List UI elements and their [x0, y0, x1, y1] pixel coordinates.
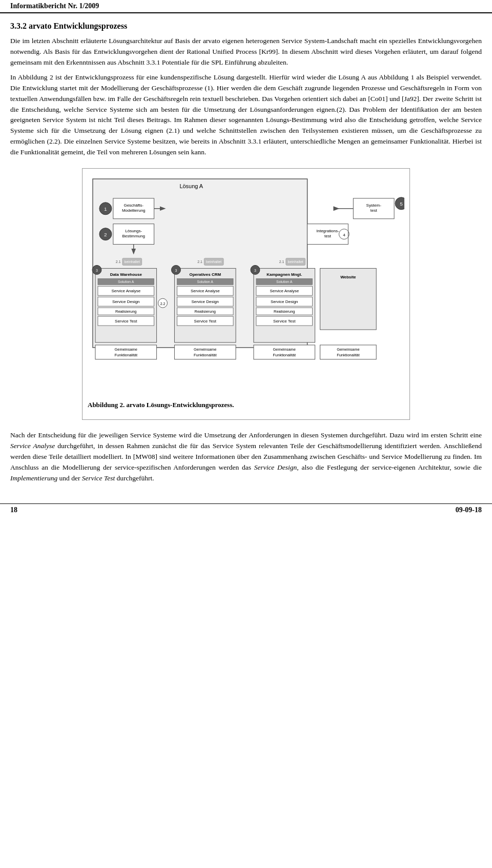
svg-text:test: test	[324, 234, 332, 238]
svg-text:Funktionalität: Funktionalität	[337, 353, 360, 357]
svg-text:Funktionalität: Funktionalität	[273, 353, 296, 357]
italic-service-analyse: Service Analyse	[10, 442, 55, 450]
svg-text:Service Test: Service Test	[273, 319, 296, 324]
svg-text:beinhaltet: beinhaltet	[288, 260, 303, 264]
section-heading: 3.3.2 arvato Entwicklungsprozess	[10, 22, 482, 31]
figure-container: Lösung A 1 Geschäfts- Modellierung 2 Lös…	[82, 168, 410, 420]
svg-text:2.2: 2.2	[160, 302, 166, 306]
paragraph-2: In Abbildung 2 ist der Entwicklungsproze…	[10, 72, 482, 158]
italic-implementierung: Implementierung	[10, 474, 57, 482]
svg-text:Service Design: Service Design	[112, 299, 140, 304]
page: Informatikbericht Nr. 1/2009 3.3.2 arvat…	[0, 0, 492, 868]
svg-text:Realisierung: Realisierung	[115, 309, 137, 314]
footer-date: 09-09-18	[456, 506, 482, 514]
svg-text:Service Design: Service Design	[191, 299, 219, 304]
svg-text:Solution A: Solution A	[197, 280, 214, 284]
footer-bar: 18 09-09-18	[0, 503, 492, 516]
svg-text:Gemeinsame: Gemeinsame	[115, 347, 137, 352]
figure-caption: Abbildung 2. arvato Lösungs-Entwicklungs…	[88, 400, 404, 410]
svg-text:4: 4	[343, 233, 345, 237]
svg-text:1: 1	[104, 206, 107, 212]
svg-text:Lösungs-: Lösungs-	[125, 229, 142, 233]
svg-text:test: test	[371, 208, 378, 213]
svg-text:Geschäfts-: Geschäfts-	[124, 203, 144, 208]
svg-text:Service Design: Service Design	[271, 299, 298, 304]
svg-text:3: 3	[254, 269, 256, 273]
svg-text:beinhaltet: beinhaltet	[206, 260, 221, 264]
svg-text:Realisierung: Realisierung	[274, 309, 295, 314]
svg-text:Realisierung: Realisierung	[194, 309, 216, 314]
svg-text:Website: Website	[340, 275, 356, 279]
svg-text:2.1: 2.1	[116, 260, 121, 264]
svg-text:Funktionalität: Funktionalität	[194, 353, 217, 357]
paragraph-3: Nach der Entscheidung für die jeweiligen…	[10, 430, 482, 484]
figure-diagram: Lösung A 1 Geschäfts- Modellierung 2 Lös…	[88, 174, 404, 394]
svg-text:Service Analyse: Service Analyse	[270, 289, 299, 293]
svg-text:Funktionalität: Funktionalität	[115, 353, 138, 357]
svg-text:2: 2	[104, 232, 107, 237]
svg-text:beinhaltet: beinhaltet	[125, 260, 140, 264]
italic-service-design: Service Design	[254, 463, 297, 471]
svg-text:3: 3	[96, 269, 98, 273]
italic-service-test: Service Test	[82, 474, 115, 482]
header-title: Informatikbericht Nr. 1/2009	[10, 2, 99, 10]
svg-text:Solution A: Solution A	[118, 280, 134, 284]
svg-text:Operatives CRM: Operatives CRM	[189, 272, 221, 277]
svg-text:Gemeinsame: Gemeinsame	[194, 347, 216, 352]
svg-text:Service Test: Service Test	[194, 319, 217, 324]
svg-text:Bestimmung: Bestimmung	[122, 234, 145, 238]
svg-text:Integrations-: Integrations-	[316, 229, 339, 233]
svg-text:Kampagnen Mngt.: Kampagnen Mngt.	[266, 272, 302, 277]
svg-text:Service Analyse: Service Analyse	[191, 289, 220, 293]
svg-text:3: 3	[175, 269, 177, 273]
svg-text:5: 5	[400, 201, 403, 207]
svg-text:Gemeinsame: Gemeinsame	[337, 347, 359, 352]
header-bar: Informatikbericht Nr. 1/2009	[0, 0, 492, 13]
svg-text:System-: System-	[366, 203, 382, 208]
content: 3.3.2 arvato Entwicklungsprozess Die im …	[0, 13, 492, 498]
footer-page-number: 18	[10, 506, 17, 514]
svg-text:Data Warehouse: Data Warehouse	[110, 272, 142, 277]
svg-text:Modellierung: Modellierung	[122, 208, 146, 213]
svg-text:Service Test: Service Test	[115, 319, 137, 324]
svg-text:2.1: 2.1	[279, 260, 284, 264]
paragraph-1: Die im letzten Abschnitt erläuterte Lösu…	[10, 36, 482, 68]
svg-text:Lösung A: Lösung A	[179, 183, 203, 189]
svg-text:Solution A: Solution A	[276, 280, 293, 284]
svg-text:Gemeinsame: Gemeinsame	[273, 347, 296, 352]
svg-text:2.1: 2.1	[197, 260, 202, 264]
svg-text:Service Analyse: Service Analyse	[111, 289, 140, 293]
